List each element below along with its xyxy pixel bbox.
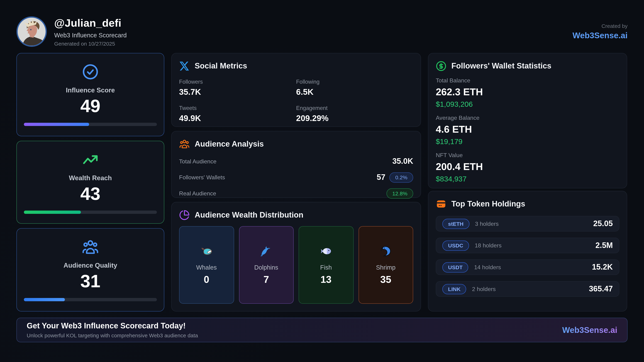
token-row-usdc: USDC 18 holders 2.5M	[436, 238, 619, 253]
metric-value: 49.9K	[179, 114, 296, 123]
users-icon	[179, 139, 190, 149]
wealth-reach-card: Wealth Reach 43	[16, 141, 164, 224]
token-holders: 3 holders	[475, 220, 498, 227]
stat-usd-value: $19,179	[436, 137, 619, 146]
brand-link[interactable]: Web3Sense.ai	[572, 31, 628, 40]
token-symbol-badge: stETH	[442, 219, 470, 229]
right-column: Followers' Wallet Statistics Total Balan…	[428, 53, 627, 311]
token-amount: 25.05	[593, 219, 613, 228]
header: @Julian_defi Web3 Influence Scorecard Ge…	[0, 0, 644, 47]
header-identity: @Julian_defi Web3 Influence Scorecard Ge…	[54, 17, 127, 47]
stat-nft-value: NFT Value 200.4 ETH $834,937	[436, 152, 619, 183]
row-value: 35.0K	[392, 157, 413, 166]
token-holdings-header: Top Token Holdings	[436, 199, 619, 209]
wealth-distribution-grid: Whales 0 Dolphins 7	[179, 226, 413, 304]
audience-quality-card: Audience Quality 31	[16, 228, 164, 311]
stat-average-balance: Average Balance 4.6 ETH $19,179	[436, 115, 619, 146]
token-row-usdt: USDT 14 holders 15.2K	[436, 259, 619, 275]
score-label: Influence Score	[66, 86, 115, 94]
row-label: Followers' Wallets	[179, 174, 225, 181]
token-amount: 15.2K	[592, 263, 613, 272]
token-holdings-panel: Top Token Holdings stETH 3 holders 25.05…	[428, 191, 627, 312]
segment-label: Whales	[196, 264, 217, 271]
social-metrics-grid: Followers 35.7K Following 6.5K Tweets 49…	[179, 79, 413, 123]
wallet-statistics-panel: Followers' Wallet Statistics Total Balan…	[428, 53, 627, 188]
panel-title: Audience Wealth Distribution	[195, 211, 304, 220]
segment-label: Dolphins	[254, 264, 278, 271]
score-progress-bar	[24, 298, 65, 301]
whale-icon	[200, 245, 213, 257]
brand-link[interactable]: Web3Sense.ai	[562, 325, 617, 335]
stat-eth-value: 4.6 ETH	[436, 123, 619, 135]
score-value: 31	[80, 271, 100, 292]
audience-analysis-header: Audience Analysis	[179, 139, 413, 149]
stat-usd-value: $834,937	[436, 175, 619, 183]
segment-label: Shrimp	[376, 264, 396, 271]
score-progress-bar	[24, 123, 89, 126]
segment-value: 0	[204, 274, 209, 285]
dolphin-icon	[260, 245, 272, 257]
metric-value: 35.7K	[179, 87, 296, 97]
token-holders: 2 holders	[472, 286, 496, 292]
token-rows: stETH 3 holders 25.05 USDC 18 holders 2.…	[436, 216, 619, 297]
segment-dolphins: Dolphins 7	[239, 226, 294, 304]
score-progress-bar	[24, 210, 81, 214]
stat-usd-value: $1,093,206	[436, 100, 619, 109]
influence-score-card: Influence Score 49	[16, 53, 164, 136]
segment-value: 35	[380, 274, 391, 285]
row-label: Real Audience	[179, 190, 216, 197]
panel-title: Social Metrics	[195, 61, 247, 71]
metric-value: 209.29%	[296, 114, 413, 123]
cta-subtitle: Unlock powerful KOL targeting with compr…	[27, 333, 198, 339]
token-amount: 365.47	[589, 284, 613, 294]
cta-banner: Get Your Web3 Influence Scorecard Today!…	[16, 318, 628, 342]
segment-shrimp: Shrimp 35	[358, 226, 413, 304]
metric-label: Engagement	[296, 105, 413, 111]
score-progress-track	[24, 298, 157, 301]
report-subtitle: Web3 Influence Scorecard	[54, 31, 127, 38]
score-value: 49	[80, 96, 100, 116]
main-grid: Influence Score 49 Wealth Reach 43	[0, 53, 644, 310]
row-followers-wallets: Followers' Wallets 57 0.2%	[179, 172, 413, 183]
cta-text: Get Your Web3 Influence Scorecard Today!…	[27, 322, 198, 339]
stat-label: NFT Value	[436, 152, 619, 158]
metric-following: Following 6.5K	[296, 79, 413, 97]
score-column: Influence Score 49 Wealth Reach 43	[16, 53, 164, 311]
metric-engagement: Engagement 209.29%	[296, 105, 413, 123]
segment-value: 7	[264, 274, 269, 285]
users-icon	[82, 239, 99, 256]
token-holders: 14 holders	[474, 264, 501, 271]
token-row-link: LINK 2 holders 365.47	[436, 281, 619, 297]
segment-whales: Whales 0	[179, 226, 234, 304]
token-symbol-badge: USDT	[442, 262, 468, 272]
wealth-distribution-panel: Audience Wealth Distribution Whales 0	[171, 202, 421, 312]
header-branding: Created by Web3Sense.ai	[572, 23, 628, 40]
row-label: Total Audience	[179, 158, 216, 165]
audience-analysis-panel: Audience Analysis Total Audience 35.0K F…	[171, 131, 421, 198]
metric-value: 6.5K	[296, 87, 413, 97]
social-metrics-panel: Social Metrics Followers 35.7K Following…	[171, 53, 421, 127]
metric-label: Tweets	[179, 105, 296, 111]
trending-up-icon	[82, 151, 99, 168]
fish-icon	[320, 245, 332, 257]
score-label: Audience Quality	[64, 262, 117, 269]
stat-label: Total Balance	[436, 77, 619, 84]
scorecard-page: @Julian_defi Web3 Influence Scorecard Ge…	[0, 0, 644, 362]
stat-total-balance: Total Balance 262.3 ETH $1,093,206	[436, 77, 619, 109]
avatar-illustration	[18, 18, 46, 45]
cta-title: Get Your Web3 Influence Scorecard Today!	[27, 322, 198, 331]
metric-tweets: Tweets 49.9K	[179, 105, 296, 123]
metric-followers: Followers 35.7K	[179, 79, 296, 97]
credit-card-icon	[436, 199, 446, 209]
x-twitter-icon	[179, 61, 190, 71]
segment-value: 13	[320, 274, 332, 285]
row-total-audience: Total Audience 35.0K	[179, 156, 413, 167]
pie-chart-icon	[179, 210, 190, 220]
score-progress-track	[24, 123, 157, 126]
token-symbol-badge: USDC	[442, 240, 469, 250]
social-metrics-header: Social Metrics	[179, 61, 413, 71]
score-value: 43	[80, 183, 100, 204]
segment-fish: Fish 13	[298, 226, 354, 304]
audience-analysis-rows: Total Audience 35.0K Followers' Wallets …	[179, 156, 413, 199]
avatar	[16, 16, 47, 47]
